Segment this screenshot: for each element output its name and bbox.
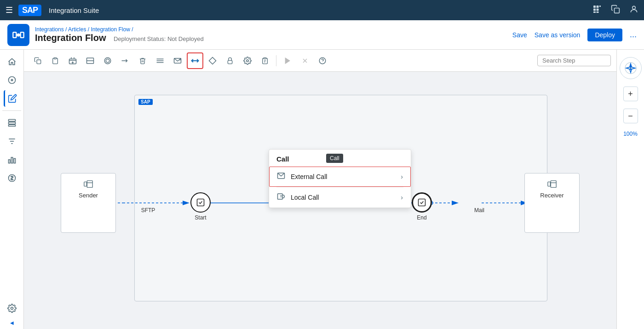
svg-point-44 [247, 59, 249, 62]
sidebar-divider-1 [2, 110, 21, 111]
svg-rect-66 [84, 182, 87, 186]
svg-point-13 [8, 77, 15, 84]
flow-icon-box [7, 24, 29, 46]
svg-rect-70 [419, 199, 426, 206]
sidebar-chart[interactable] [4, 151, 20, 168]
deploy-button[interactable]: Deploy [587, 29, 622, 41]
event-button[interactable] [99, 52, 116, 69]
svg-point-34 [106, 59, 109, 63]
svg-rect-71 [548, 182, 551, 186]
svg-rect-7 [615, 8, 620, 13]
header-actions: Save Save as version Deploy ... [512, 29, 637, 41]
zoom-in-icon: + [628, 89, 633, 99]
svg-rect-3 [593, 8, 596, 11]
play-button[interactable] [279, 52, 296, 69]
start-label: Start [195, 214, 206, 221]
add-participant-button[interactable] [64, 52, 81, 69]
svg-rect-17 [8, 125, 15, 126]
svg-rect-45 [264, 58, 266, 59]
sidebar-home[interactable] [4, 53, 20, 70]
copy-nav-icon[interactable] [611, 5, 620, 16]
zoom-in-button[interactable]: + [623, 87, 638, 101]
clipboard-button[interactable] [257, 52, 273, 69]
zoom-out-icon: − [628, 111, 633, 121]
toolbar-separator [276, 55, 276, 66]
content-area: SAP SFTP Mail [24, 50, 616, 329]
svg-rect-10 [21, 32, 24, 38]
external-call-label: External Call [291, 173, 327, 180]
svg-rect-15 [8, 120, 15, 121]
svg-rect-0 [593, 6, 596, 8]
svg-marker-82 [631, 67, 635, 69]
svg-rect-69 [197, 199, 204, 206]
sender-label: Sender [79, 192, 98, 199]
svg-rect-22 [11, 157, 12, 163]
svg-rect-16 [8, 122, 15, 124]
save-button[interactable]: Save [512, 31, 527, 39]
pool-button[interactable] [82, 52, 98, 69]
breadcrumb-integrations[interactable]: Integrations [35, 26, 64, 33]
gateway-button[interactable] [204, 52, 221, 69]
top-nav-right [592, 5, 638, 16]
receiver-label: Receiver [540, 192, 564, 199]
hamburger-menu[interactable]: ☰ [6, 5, 13, 15]
external-call-icon [277, 172, 285, 182]
sidebar-filter[interactable] [4, 133, 20, 150]
svg-rect-2 [599, 6, 601, 7]
search-step-input[interactable] [537, 55, 611, 66]
svg-point-33 [104, 58, 111, 64]
compass-control[interactable] [620, 57, 642, 79]
sender-icon [83, 179, 93, 189]
start-node: Start [190, 192, 211, 221]
canvas[interactable]: SAP SFTP Mail [24, 72, 616, 329]
svg-rect-6 [597, 12, 599, 13]
sap-logo: SAP [18, 5, 41, 16]
sidebar-layers[interactable] [4, 115, 20, 131]
save-version-button[interactable]: Save as version [535, 31, 581, 39]
svg-rect-5 [593, 12, 596, 13]
delete-button[interactable] [134, 52, 151, 69]
breadcrumb-flow[interactable]: Integration Flow [91, 26, 130, 33]
svg-rect-4 [597, 8, 599, 11]
receiver-icon [547, 179, 557, 189]
svg-marker-48 [285, 58, 289, 63]
more-button[interactable]: ... [630, 30, 637, 40]
local-call-item[interactable]: Local Call › [269, 187, 411, 208]
end-node: End [412, 192, 432, 221]
copy-button[interactable] [29, 52, 46, 69]
sidebar-collapse-arrow[interactable]: ◀ [10, 320, 14, 325]
send-message-button[interactable] [169, 52, 186, 69]
toolbar [24, 50, 616, 72]
left-sidebar: ◀ [0, 50, 24, 329]
zoom-out-button[interactable]: − [623, 109, 638, 123]
breadcrumb: Integrations / Articles / Integration Fl… [35, 26, 512, 33]
svg-rect-43 [228, 60, 232, 63]
svg-rect-26 [37, 60, 41, 64]
svg-rect-1 [597, 6, 599, 8]
zoom-level: 100% [623, 131, 638, 137]
paste-button[interactable] [47, 52, 63, 69]
sidebar-dollar[interactable] [4, 170, 20, 186]
security-button[interactable] [222, 52, 238, 69]
header-text: Integrations / Articles / Integration Fl… [35, 26, 512, 43]
call-button[interactable] [187, 52, 203, 69]
sidebar-compass[interactable] [4, 72, 20, 88]
sidebar-gear[interactable] [4, 300, 20, 317]
message-flow-button[interactable] [152, 52, 168, 69]
svg-rect-27 [54, 58, 56, 59]
breadcrumb-articles[interactable]: Articles [68, 26, 86, 33]
svg-rect-21 [8, 160, 10, 163]
stop-button[interactable] [297, 52, 313, 69]
sidebar-edit[interactable] [4, 90, 20, 107]
sequence-flow-button[interactable] [117, 52, 133, 69]
end-circle[interactable] [412, 192, 432, 213]
external-call-item[interactable]: External Call › [269, 167, 411, 187]
grid-icon[interactable] [592, 5, 602, 16]
svg-point-8 [632, 6, 636, 9]
start-circle[interactable] [190, 192, 211, 213]
help-button[interactable] [314, 52, 331, 69]
user-icon[interactable] [629, 5, 638, 16]
settings-button[interactable] [239, 52, 256, 69]
svg-marker-42 [209, 57, 216, 64]
local-call-chevron: › [401, 194, 403, 201]
